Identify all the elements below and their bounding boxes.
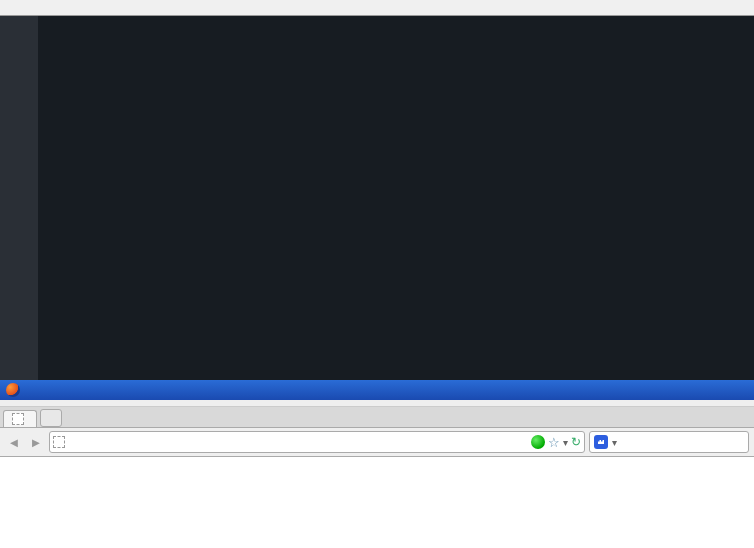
search-bar[interactable]: ▾ bbox=[589, 431, 749, 453]
history-dropdown-icon[interactable]: ▾ bbox=[563, 437, 568, 448]
linenum bbox=[2, 54, 32, 108]
linenum bbox=[2, 270, 32, 324]
menu-bookmarks[interactable] bbox=[44, 402, 52, 404]
tab-strip bbox=[0, 407, 754, 428]
linenum bbox=[2, 180, 32, 198]
linenum bbox=[2, 198, 32, 252]
navigation-toolbar: ◄ ► ☆ ▾ ↻ ▾ bbox=[0, 428, 754, 457]
reload-icon[interactable]: ↻ bbox=[571, 435, 581, 449]
forward-button[interactable]: ► bbox=[27, 433, 45, 451]
code-editor bbox=[0, 16, 754, 380]
menu-help[interactable] bbox=[64, 402, 72, 404]
code-area[interactable] bbox=[38, 16, 754, 380]
linenum bbox=[2, 18, 32, 36]
line-gutter bbox=[0, 16, 38, 380]
menu-history[interactable] bbox=[34, 402, 42, 404]
menu-view[interactable] bbox=[24, 402, 32, 404]
menubar bbox=[0, 400, 754, 407]
column-ruler bbox=[0, 0, 754, 16]
linenum bbox=[2, 324, 32, 342]
site-icon bbox=[53, 436, 65, 448]
firefox-icon bbox=[6, 383, 20, 397]
menu-file[interactable] bbox=[4, 402, 12, 404]
address-bar[interactable]: ☆ ▾ ↻ bbox=[49, 431, 585, 453]
menu-edit[interactable] bbox=[14, 402, 22, 404]
bookmark-star-icon[interactable]: ☆ bbox=[548, 435, 560, 450]
linenum bbox=[2, 252, 32, 270]
back-button[interactable]: ◄ bbox=[5, 433, 23, 451]
linenum bbox=[2, 126, 32, 180]
search-engine-dropdown-icon[interactable]: ▾ bbox=[612, 437, 617, 448]
menu-tools[interactable] bbox=[54, 402, 62, 404]
new-tab-button[interactable] bbox=[40, 409, 62, 427]
linenum bbox=[2, 36, 32, 54]
window-titlebar bbox=[0, 380, 754, 400]
status-icon bbox=[531, 435, 545, 449]
page-icon bbox=[12, 413, 24, 425]
linenum bbox=[2, 108, 32, 126]
baidu-icon bbox=[594, 435, 608, 449]
tab-active[interactable] bbox=[3, 410, 37, 427]
page-body bbox=[0, 457, 754, 465]
